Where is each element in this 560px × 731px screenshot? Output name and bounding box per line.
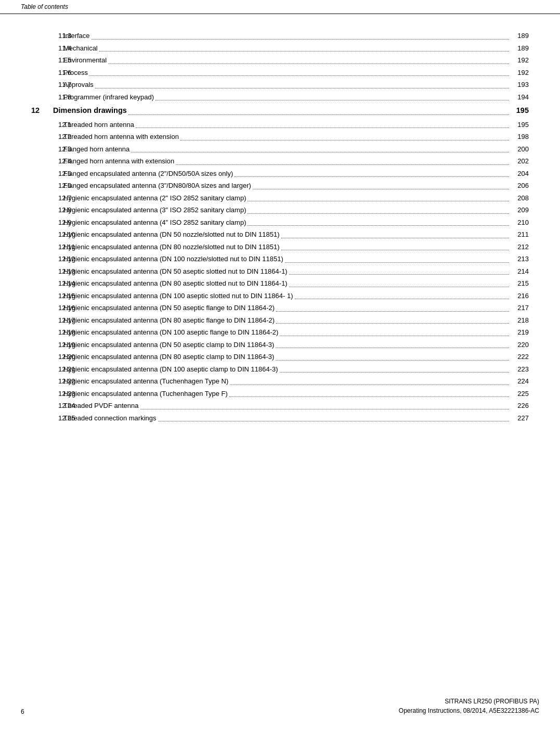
row-title: Flanged encapsulated antenna (3"/DN80/80… <box>63 181 251 191</box>
row-number: 12.18 <box>31 327 63 338</box>
row-page: 220 <box>511 340 529 350</box>
row-title: Hygienic encapsulated antenna (DN 50 ase… <box>63 303 275 313</box>
toc-row-11-7: 11.7Approvals193 <box>31 79 529 91</box>
row-title: Threaded horn antenna <box>63 120 134 130</box>
toc-row-12-17: 12.17Hygienic encapsulated antenna (DN 8… <box>31 314 529 327</box>
row-number: 12.4 <box>31 156 63 166</box>
row-number: 11.3 <box>31 31 63 41</box>
page-header: Table of contents <box>0 0 560 14</box>
row-dots <box>276 311 509 312</box>
toc-row-12-25: 12.25Threaded connection markings227 <box>31 412 529 425</box>
row-title: Threaded connection markings <box>63 413 157 424</box>
row-dots <box>158 421 510 421</box>
row-title: Hygienic encapsulated antenna (3" ISO 28… <box>63 205 246 215</box>
header-text: Table of contents <box>21 3 68 10</box>
row-page: 211 <box>511 229 529 240</box>
row-page: 194 <box>511 92 529 102</box>
toc-row-12-22: 12.22Hygienic encapsulated antenna (Tuch… <box>31 375 529 388</box>
row-dots <box>140 409 509 409</box>
row-page: 198 <box>511 132 529 142</box>
row-number: 12.10 <box>31 229 63 240</box>
row-dots <box>280 336 509 336</box>
toc-container: 11.3Interface18911.4Mechanical18911.5Env… <box>31 30 529 424</box>
toc-row-12-12: 12.12Hygienic encapsulated antenna (DN 1… <box>31 253 529 265</box>
row-title: Process <box>63 68 88 78</box>
row-number: 12.8 <box>31 205 63 215</box>
row-number: 12.20 <box>31 352 63 362</box>
row-page: 202 <box>511 156 529 166</box>
toc-row-12-14: 12.14Hygienic encapsulated antenna (DN 8… <box>31 277 529 290</box>
footer-doc: Operating Instructions, 08/2014, A5E3222… <box>399 706 539 715</box>
row-dots <box>95 88 509 88</box>
row-page: 195 <box>511 120 529 130</box>
row-dots <box>99 51 509 52</box>
row-dots <box>235 176 509 177</box>
row-title: Hygienic encapsulated antenna (DN 80 noz… <box>63 242 280 252</box>
row-title: Programmer (infrared keypad) <box>63 92 154 102</box>
row-page: 192 <box>511 55 529 66</box>
row-dots <box>108 63 509 64</box>
row-dots <box>248 201 509 201</box>
row-title: Threaded PVDF antenna <box>63 401 139 411</box>
row-page: 227 <box>511 413 529 424</box>
row-number: 12.22 <box>31 376 63 387</box>
row-dots <box>276 348 509 348</box>
row-dots <box>180 140 509 140</box>
toc-row-12-20: 12.20Hygienic encapsulated antenna (DN 8… <box>31 351 529 363</box>
row-dots <box>230 384 509 385</box>
row-title: Hygienic encapsulated antenna (DN 50 ase… <box>63 340 274 350</box>
row-dots <box>248 213 509 214</box>
row-number: 12.2 <box>31 132 63 142</box>
row-page: 223 <box>511 364 529 375</box>
row-dots <box>136 127 509 128</box>
row-number: 12.24 <box>31 401 63 411</box>
row-title: Mechanical <box>63 43 98 54</box>
row-dots <box>155 100 509 100</box>
row-number: 12.12 <box>31 254 63 264</box>
row-title: Hygienic encapsulated antenna (DN 80 ase… <box>63 352 274 362</box>
row-number: 11.5 <box>31 55 63 66</box>
toc-row-11-4: 11.4Mechanical189 <box>31 42 529 55</box>
row-dots <box>253 189 509 189</box>
row-dots <box>276 323 509 324</box>
row-dots <box>285 262 509 263</box>
row-title: Flanged encapsulated antenna (2"/DN50/50… <box>63 169 233 179</box>
toc-row-12-5: 12.5Flanged encapsulated antenna (2"/DN5… <box>31 168 529 180</box>
row-page: 215 <box>511 278 529 289</box>
row-dots <box>92 39 509 40</box>
row-title: Flanged horn antenna <box>63 144 129 155</box>
row-page: 224 <box>511 376 529 387</box>
row-dots <box>89 75 509 76</box>
toc-content: 11.3Interface18911.4Mechanical18911.5Env… <box>0 14 560 466</box>
row-dots <box>295 299 509 299</box>
row-title: Hygienic encapsulated antenna (DN 100 as… <box>63 327 278 338</box>
row-page: 226 <box>511 401 529 411</box>
row-page: 195 <box>511 105 529 117</box>
row-title: Hygienic encapsulated antenna (DN 80 ase… <box>63 278 288 289</box>
row-dots <box>281 238 509 238</box>
toc-row-12-18: 12.18Hygienic encapsulated antenna (DN 1… <box>31 326 529 339</box>
row-number: 11.7 <box>31 80 63 90</box>
row-title: Hygienic encapsulated antenna (DN 100 no… <box>63 254 283 264</box>
row-page: 210 <box>511 217 529 228</box>
row-dots <box>280 372 509 373</box>
row-title: Approvals <box>63 80 94 90</box>
toc-row-12-3: 12.3Flanged horn antenna200 <box>31 143 529 156</box>
row-number: 12.5 <box>31 169 63 179</box>
row-number: 12.9 <box>31 217 63 228</box>
row-number: 11.6 <box>31 68 63 78</box>
row-title: Hygienic encapsulated antenna (DN 50 noz… <box>63 229 280 240</box>
row-page: 206 <box>511 181 529 191</box>
row-number: 12.16 <box>31 303 63 313</box>
row-dots <box>131 152 509 152</box>
toc-row-11-8: 11.8Programmer (infrared keypad)194 <box>31 91 529 104</box>
row-page: 216 <box>511 291 529 301</box>
toc-row-12: 12Dimension drawings195 <box>31 103 529 119</box>
row-title: Interface <box>63 31 90 41</box>
row-number: 12.7 <box>31 193 63 203</box>
row-number: 12.11 <box>31 242 63 252</box>
toc-row-12-9: 12.9Hygienic encapsulated antenna (4" IS… <box>31 216 529 229</box>
row-title: Hygienic encapsulated antenna (DN 100 as… <box>63 291 293 301</box>
row-title: Hygienic encapsulated antenna (DN 100 as… <box>63 364 278 375</box>
row-dots <box>248 225 509 226</box>
